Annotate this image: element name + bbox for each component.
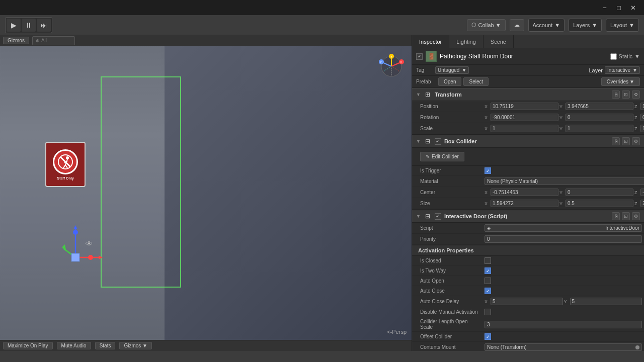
size-z-field: Z bbox=[634, 200, 644, 207]
transform-tool-paste[interactable]: ⊡ bbox=[622, 90, 630, 99]
search-input[interactable] bbox=[41, 38, 71, 43]
tab-scene[interactable]: Scene bbox=[484, 35, 514, 48]
center-z-input[interactable] bbox=[640, 189, 644, 196]
size-z-input[interactable] bbox=[640, 200, 644, 207]
box-collider-section-header[interactable]: ▼ ⊟ ✓ Box Collider ⎘ ⊡ ⚙ bbox=[412, 135, 644, 148]
script-ref-text: InteractiveDoor bbox=[605, 225, 639, 231]
offset-collider-label: Offset Collider bbox=[412, 332, 482, 342]
box-collider-tool-settings[interactable]: ⚙ bbox=[632, 137, 640, 145]
position-z-input[interactable] bbox=[640, 103, 644, 110]
box-collider-tool-copy[interactable]: ⎘ bbox=[612, 137, 620, 145]
rotation-y-input[interactable] bbox=[566, 114, 633, 121]
priority-input[interactable] bbox=[485, 235, 642, 243]
center-x-input[interactable] bbox=[491, 189, 558, 196]
maximize-button[interactable]: □ bbox=[612, 1, 626, 15]
is-two-way-label: Is Two Way bbox=[412, 266, 482, 276]
prefab-open-button[interactable]: Open bbox=[438, 77, 461, 86]
rotation-z-input[interactable] bbox=[640, 114, 644, 121]
scale-y-input[interactable] bbox=[566, 125, 633, 132]
collab-button[interactable]: ⬡ Collab ▼ bbox=[467, 19, 505, 31]
layer-section: Layer Interactive ▼ bbox=[589, 66, 640, 74]
scale-z-input[interactable] bbox=[640, 125, 644, 132]
script-value: ◈ InteractiveDoor bbox=[482, 223, 644, 234]
prefab-select-button[interactable]: Select bbox=[463, 77, 489, 86]
visibility-icon[interactable]: 👁 bbox=[86, 240, 93, 248]
is-trigger-value bbox=[482, 166, 644, 176]
search-icon: ⊕ bbox=[36, 38, 40, 43]
tab-inspector-label: Inspector bbox=[419, 39, 442, 45]
auto-open-value bbox=[482, 276, 644, 286]
transform-tool-copy[interactable]: ⎘ bbox=[612, 90, 620, 99]
is-trigger-checkbox[interactable] bbox=[485, 167, 491, 174]
scale-x-label: X bbox=[485, 126, 490, 131]
viewport-canvas[interactable]: Staff Only bbox=[0, 46, 412, 340]
step-button[interactable]: ⏭ bbox=[37, 19, 51, 32]
stats-button[interactable]: Stats bbox=[95, 342, 116, 349]
maximize-on-play-button[interactable]: Maximize On Play bbox=[3, 342, 53, 349]
cloud-button[interactable]: ☁ bbox=[510, 19, 524, 31]
static-checkbox[interactable] bbox=[610, 53, 617, 60]
interactive-door-section-header[interactable]: ▼ ⊟ ✓ Interactive Door (Script) ⎘ ⊡ ⚙ bbox=[412, 210, 644, 223]
rotation-x-input[interactable] bbox=[491, 114, 558, 121]
auto-close-delay-y-input[interactable] bbox=[570, 298, 642, 305]
contents-mount-ref[interactable]: None (Transform) bbox=[485, 343, 642, 351]
inspector-scroll-container[interactable]: ✓ 🚪 Pathology Staff Room Door Static ▼ T… bbox=[412, 48, 644, 351]
position-y-input[interactable] bbox=[566, 103, 633, 110]
svg-text:Z: Z bbox=[380, 61, 382, 64]
layout-dropdown[interactable]: Layout ▼ bbox=[606, 19, 639, 32]
interactive-door-tool-settings[interactable]: ⚙ bbox=[632, 212, 640, 220]
layer-dropdown[interactable]: Interactive ▼ bbox=[605, 66, 640, 74]
material-ref[interactable]: None (Physic Material) bbox=[485, 177, 644, 185]
script-ref[interactable]: ◈ InteractiveDoor bbox=[485, 224, 642, 232]
overrides-arrow-icon: ▼ bbox=[629, 79, 634, 84]
edit-collider-icon: ✎ bbox=[426, 154, 430, 159]
position-z-label: Z bbox=[634, 104, 639, 109]
gizmos-button[interactable]: Gizmos bbox=[3, 37, 29, 44]
center-y-label: Y bbox=[559, 190, 565, 195]
auto-open-label: Auto Open bbox=[412, 276, 482, 286]
auto-open-checkbox[interactable] bbox=[485, 278, 491, 284]
interactive-door-tool-copy[interactable]: ⎘ bbox=[612, 212, 620, 220]
rotation-z-field: Z bbox=[634, 114, 644, 121]
position-y-label: Y bbox=[559, 104, 565, 109]
close-button[interactable]: ✕ bbox=[626, 1, 640, 15]
contents-mount-ref-dot[interactable] bbox=[635, 345, 639, 349]
box-collider-tool-paste[interactable]: ⊡ bbox=[622, 137, 630, 145]
disable-manual-checkbox[interactable] bbox=[485, 309, 491, 315]
viewport[interactable]: Gizmos ⊕ bbox=[0, 35, 412, 351]
viewport-search[interactable]: ⊕ bbox=[32, 36, 75, 45]
is-closed-checkbox[interactable] bbox=[485, 257, 491, 264]
object-active-checkbox[interactable]: ✓ bbox=[416, 53, 423, 60]
interactive-door-enabled-checkbox[interactable]: ✓ bbox=[435, 213, 441, 220]
auto-close-delay-x-input[interactable] bbox=[491, 298, 563, 305]
rotation-value: X Y Z bbox=[482, 112, 644, 123]
auto-close-checkbox[interactable] bbox=[485, 288, 491, 294]
play-button[interactable]: ▶ bbox=[7, 19, 21, 32]
transform-section-header[interactable]: ▼ ⊞ Transform ⎘ ⊡ ⚙ bbox=[412, 88, 644, 101]
account-dropdown[interactable]: Account ▼ bbox=[528, 19, 565, 32]
pause-button[interactable]: ⏸ bbox=[22, 19, 36, 32]
size-y-input[interactable] bbox=[566, 200, 633, 207]
tab-lighting[interactable]: Lighting bbox=[449, 35, 484, 48]
collider-length-value bbox=[482, 317, 644, 332]
is-two-way-checkbox[interactable] bbox=[485, 267, 491, 274]
scale-x-input[interactable] bbox=[491, 125, 558, 132]
tab-inspector[interactable]: Inspector bbox=[412, 35, 449, 48]
position-x-input[interactable] bbox=[491, 103, 558, 110]
interactive-door-fold-icon: ▼ bbox=[416, 214, 421, 219]
collider-length-input[interactable] bbox=[485, 321, 642, 328]
box-collider-enabled-checkbox[interactable]: ✓ bbox=[435, 138, 441, 145]
gizmos-bottom-button[interactable]: Gizmos ▼ bbox=[119, 342, 152, 349]
offset-collider-checkbox[interactable] bbox=[485, 333, 491, 340]
transform-tool-settings[interactable]: ⚙ bbox=[632, 90, 640, 99]
interactive-door-tool-paste[interactable]: ⊡ bbox=[622, 212, 630, 220]
minimize-button[interactable]: − bbox=[598, 1, 612, 15]
layers-dropdown[interactable]: Layers ▼ bbox=[569, 19, 602, 32]
tag-dropdown[interactable]: Untagged ▼ bbox=[435, 66, 469, 74]
overrides-button[interactable]: Overrides ▼ bbox=[601, 77, 640, 86]
size-x-input[interactable] bbox=[491, 200, 558, 207]
material-label: Material bbox=[412, 176, 482, 187]
center-y-input[interactable] bbox=[566, 189, 633, 196]
edit-collider-button[interactable]: ✎ Edit Collider bbox=[420, 152, 464, 161]
mute-audio-button[interactable]: Mute Audio bbox=[57, 342, 91, 349]
